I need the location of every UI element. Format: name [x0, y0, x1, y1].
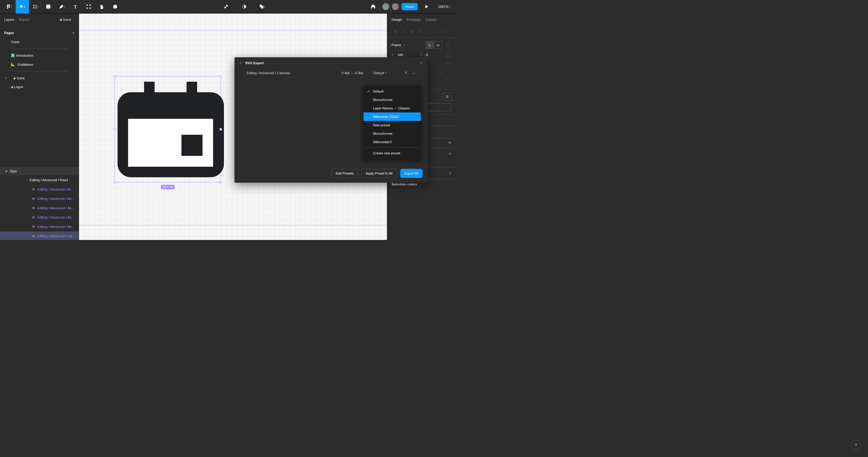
add-page-button[interactable]: +	[73, 31, 74, 35]
layer-component[interactable]: ❖Editing / Advanced / Ali...	[0, 204, 79, 213]
align-left-icon[interactable]: ⦀	[392, 28, 399, 35]
align-vcenter-icon[interactable]: ⟊	[425, 28, 433, 35]
edit-presets-button[interactable]: Edit Presets	[331, 169, 358, 178]
frame-tool-button[interactable]: ▾	[29, 0, 42, 13]
plugin-icon: ⚔	[239, 61, 242, 65]
dimension-label: 20 × 20	[161, 185, 175, 189]
svg-rect-7	[261, 6, 264, 8]
page-selector[interactable]: ◈ Icons ⌃	[60, 18, 74, 22]
layer-label: Editing / Advanced / Ali...	[37, 206, 74, 210]
layer-row[interactable]: ⦙⦙Editing / Advanced / Row1	[0, 176, 79, 185]
apply-preset-all-button[interactable]: Apply Preset to All	[361, 169, 397, 178]
tab-prototype[interactable]: Prototype	[407, 18, 421, 22]
flip-icon[interactable]: ⛶	[444, 61, 452, 68]
right-panel-tabs: Design Prototype Inspect	[387, 13, 456, 26]
orientation-portrait-button[interactable]: ▯	[426, 41, 433, 49]
add-fill-button[interactable]: +	[449, 151, 452, 156]
pages-section: Pages + Cover 1️⃣ Introduction 📐📐 Guidel…	[0, 26, 79, 94]
avatar-1[interactable]	[382, 3, 390, 10]
layer-component[interactable]: ❖Editing / Advanced / Be...	[0, 222, 79, 232]
resize-handle[interactable]	[114, 75, 116, 77]
svg-point-8	[446, 96, 447, 96]
page-introduction[interactable]: 1️⃣ Introduction	[4, 51, 74, 60]
avatar-2[interactable]	[392, 3, 399, 10]
close-button[interactable]: ✕	[420, 61, 423, 65]
distribute-icon[interactable]: ⦙⦙	[442, 28, 450, 35]
align-bottom-icon[interactable]: ⟘	[434, 28, 441, 35]
align-top-icon[interactable]: ⟙	[417, 28, 424, 35]
headphones-icon[interactable]	[367, 0, 380, 13]
shape-tool-button[interactable]: ▾	[42, 0, 56, 13]
layer-component[interactable]: ❖Editing / Advanced / Ali...	[0, 213, 79, 222]
modal-header: ⚔ SVG Export ✕	[235, 57, 427, 68]
page-logos[interactable]: ◈ Logos	[4, 83, 74, 91]
add-stroke-button[interactable]: +	[449, 171, 452, 176]
export-all-button[interactable]: Export All	[400, 169, 423, 178]
preset-item-new-preset[interactable]: New preset	[364, 121, 421, 129]
y-value[interactable]: 8	[426, 53, 428, 57]
toolbar-left: ▾ ▾ ▾ ▾ ▾	[2, 0, 122, 13]
preset-item-monochrome-2[interactable]: Monochrome	[364, 129, 421, 138]
settings-button[interactable]	[443, 93, 452, 101]
tab-design[interactable]: Design	[392, 18, 402, 22]
zoom-level[interactable]: 1861%▾	[436, 5, 453, 8]
page-label: ◈ Icons	[13, 76, 24, 80]
layer-component-selected[interactable]: ❖Editing / Advanced / Ca...	[0, 232, 79, 240]
hand-tool-button[interactable]	[95, 0, 108, 13]
corner-icon[interactable]: ⛶	[444, 77, 452, 84]
resize-handle[interactable]	[220, 128, 222, 130]
resize-handle[interactable]	[220, 181, 222, 183]
comment-tool-button[interactable]	[108, 0, 122, 13]
preset-item-create-new[interactable]: Create new preset	[364, 149, 421, 157]
page-icons[interactable]: ▾ ◈ Icons	[4, 74, 74, 83]
pages-header: Pages +	[4, 28, 74, 38]
menu-separator	[364, 147, 421, 148]
align-hcenter-icon[interactable]: ⟊	[400, 28, 407, 35]
page-cover[interactable]: Cover	[4, 38, 74, 46]
resize-handle[interactable]	[114, 181, 116, 183]
preset-item-wikimediaui[interactable]: WikimediaUI	[364, 138, 421, 146]
preset-dropdown-button[interactable]: Default ▾	[373, 71, 386, 75]
mask-icon[interactable]	[238, 0, 251, 13]
modal-title: SVG Export	[245, 61, 417, 65]
resources-button[interactable]	[82, 0, 95, 13]
resize-handle[interactable]	[220, 75, 222, 77]
layer-label: Editing / Advanced / Ali...	[37, 197, 74, 201]
frame-header[interactable]: ≡20px	[0, 167, 79, 176]
preset-item-monochrome[interactable]: Monochrome	[364, 96, 421, 104]
fit-icon[interactable]: ⛶	[444, 41, 452, 49]
visibility-icon[interactable]: 👁	[448, 141, 452, 145]
preset-item-default[interactable]: Default	[364, 87, 421, 96]
present-button[interactable]	[420, 0, 433, 13]
boolean-icon[interactable]: ▾	[255, 0, 269, 13]
orientation-landscape-button[interactable]: ▭	[434, 41, 442, 49]
top-toolbar: ▾ ▾ ▾ ▾ ▾ ▾ Share 1861%▾	[0, 0, 456, 13]
constrain-icon[interactable]: ⛶	[444, 51, 452, 59]
modal-body: Editing / Advanced / Calendar 0.4kb → 0.…	[235, 68, 427, 80]
align-right-icon[interactable]: ⦀	[408, 28, 415, 35]
resize-handle[interactable]	[114, 128, 116, 130]
layer-component[interactable]: ❖Editing / Advanced / Ali...	[0, 194, 79, 204]
text-tool-button[interactable]	[69, 0, 82, 13]
calendar-icon-artwork	[118, 82, 218, 178]
export-size: 0.4kb → 0.3kb	[331, 71, 373, 75]
pen-tool-button[interactable]: ▾	[56, 0, 69, 13]
figma-menu-button[interactable]: ▾	[2, 0, 16, 13]
tab-assets[interactable]: Assets	[19, 18, 29, 22]
x-label: X	[392, 53, 396, 57]
move-tool-button[interactable]: ▾	[16, 0, 29, 13]
layer-component[interactable]: ❖Editing / Advanced / At...	[0, 185, 79, 194]
tab-layers[interactable]: Layers	[4, 18, 14, 22]
x-value[interactable]: 340	[398, 53, 403, 57]
layer-label: Editing / Advanced / Ca...	[37, 234, 75, 238]
download-icon[interactable]: ⬇	[404, 71, 407, 75]
tab-inspect[interactable]: Inspect	[426, 18, 436, 22]
page-guidelines[interactable]: 📐📐 GuidelinesGuidelines	[4, 60, 74, 69]
preset-item-wikimedia-svgo[interactable]: Wikimedia SVGO	[364, 113, 421, 121]
component-icon: ❖	[32, 225, 35, 229]
preset-item-layer-names[interactable]: Layer Names → Classes	[364, 104, 421, 113]
collapse-icon[interactable]: —	[412, 71, 415, 75]
component-icon[interactable]	[219, 0, 233, 13]
selection-frame[interactable]: 20 × 20	[115, 76, 221, 182]
share-button[interactable]: Share	[401, 3, 417, 10]
